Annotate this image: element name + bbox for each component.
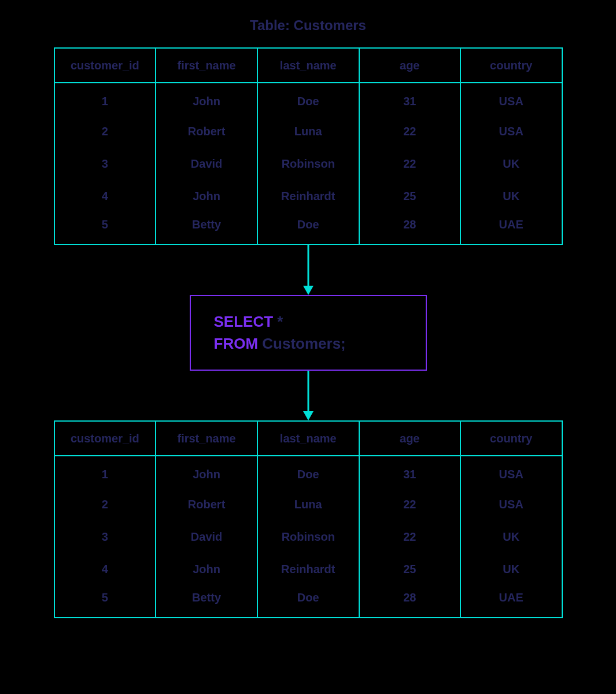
col-header: country	[460, 421, 562, 456]
table-row: 4JohnReinhardt25UK	[54, 180, 562, 212]
sql-line-1: SELECT *	[214, 311, 403, 333]
diagram-container: Table: Customers customer_id first_name …	[0, 0, 616, 641]
table-cell: Doe	[257, 83, 359, 115]
table-cell: 5	[54, 585, 156, 618]
table-cell: John	[156, 83, 257, 115]
table-cell: UK	[460, 553, 562, 585]
source-table: customer_id first_name last_name age cou…	[54, 47, 563, 245]
table-row: 1JohnDoe31USA	[54, 83, 562, 115]
table-cell: USA	[460, 488, 562, 520]
table-cell: USA	[460, 456, 562, 488]
col-header: last_name	[257, 421, 359, 456]
col-header: first_name	[156, 421, 257, 456]
result-table: customer_id first_name last_name age cou…	[54, 420, 563, 618]
table-row: 2RobertLuna22USA	[54, 115, 562, 147]
table-row: 5BettyDoe28UAE	[54, 585, 562, 618]
table-cell: Betty	[156, 585, 257, 618]
sql-keyword: SELECT	[214, 313, 274, 330]
arrow-down-2	[301, 371, 315, 420]
table-cell: 22	[359, 115, 460, 147]
table-cell: John	[156, 456, 257, 488]
table-cell: 3	[54, 147, 156, 180]
col-header: country	[460, 48, 562, 83]
table-cell: Luna	[257, 488, 359, 520]
table-row: 2RobertLuna22USA	[54, 488, 562, 520]
table-row: 1JohnDoe31USA	[54, 456, 562, 488]
table-cell: 2	[54, 488, 156, 520]
arrow-down-icon	[301, 371, 315, 420]
sql-text: *	[273, 313, 283, 330]
sql-query-box: SELECT * FROM Customers;	[190, 295, 427, 371]
table-cell: Betty	[156, 212, 257, 245]
table-cell: 4	[54, 180, 156, 212]
table-cell: John	[156, 180, 257, 212]
table-cell: 28	[359, 212, 460, 245]
table-cell: 31	[359, 83, 460, 115]
sql-keyword: FROM	[214, 335, 259, 352]
table-cell: 25	[359, 553, 460, 585]
table-row: 3DavidRobinson22UK	[54, 520, 562, 553]
source-thead: customer_id first_name last_name age cou…	[54, 48, 562, 83]
table-cell: Doe	[257, 456, 359, 488]
col-header: age	[359, 421, 460, 456]
table-cell: UK	[460, 147, 562, 180]
table-cell: Reinhardt	[257, 180, 359, 212]
col-header: first_name	[156, 48, 257, 83]
table-cell: 31	[359, 456, 460, 488]
table-cell: Doe	[257, 212, 359, 245]
table-cell: Robert	[156, 115, 257, 147]
table-cell: 2	[54, 115, 156, 147]
table-cell: 1	[54, 456, 156, 488]
source-tbody: 1JohnDoe31USA2RobertLuna22USA3DavidRobin…	[54, 83, 562, 245]
table-cell: 3	[54, 520, 156, 553]
table-cell: UK	[460, 520, 562, 553]
svg-marker-1	[303, 286, 313, 295]
table-row: 5BettyDoe28UAE	[54, 212, 562, 245]
result-thead: customer_id first_name last_name age cou…	[54, 421, 562, 456]
table-cell: 5	[54, 212, 156, 245]
table-cell: 1	[54, 83, 156, 115]
table-cell: Reinhardt	[257, 553, 359, 585]
col-header: customer_id	[54, 48, 156, 83]
table-row: 4JohnReinhardt25UK	[54, 553, 562, 585]
source-table-title: Table: Customers	[250, 17, 366, 34]
table-cell: Robinson	[257, 147, 359, 180]
table-cell: 22	[359, 488, 460, 520]
table-cell: USA	[460, 83, 562, 115]
table-cell: Luna	[257, 115, 359, 147]
table-cell: Robinson	[257, 520, 359, 553]
arrow-down-1	[301, 245, 315, 295]
table-cell: 28	[359, 585, 460, 618]
svg-marker-3	[303, 411, 313, 420]
table-cell: Doe	[257, 585, 359, 618]
result-tbody: 1JohnDoe31USA2RobertLuna22USA3DavidRobin…	[54, 456, 562, 618]
table-cell: Robert	[156, 488, 257, 520]
table-cell: 25	[359, 180, 460, 212]
table-row: 3DavidRobinson22UK	[54, 147, 562, 180]
table-cell: David	[156, 520, 257, 553]
sql-line-2: FROM Customers;	[214, 333, 403, 355]
table-cell: USA	[460, 115, 562, 147]
col-header: last_name	[257, 48, 359, 83]
table-cell: David	[156, 147, 257, 180]
table-cell: UK	[460, 180, 562, 212]
col-header: customer_id	[54, 421, 156, 456]
table-cell: UAE	[460, 212, 562, 245]
table-cell: 22	[359, 147, 460, 180]
sql-text: Customers;	[258, 335, 346, 352]
table-cell: 4	[54, 553, 156, 585]
table-cell: 22	[359, 520, 460, 553]
col-header: age	[359, 48, 460, 83]
table-cell: John	[156, 553, 257, 585]
table-cell: UAE	[460, 585, 562, 618]
arrow-down-icon	[301, 245, 315, 295]
